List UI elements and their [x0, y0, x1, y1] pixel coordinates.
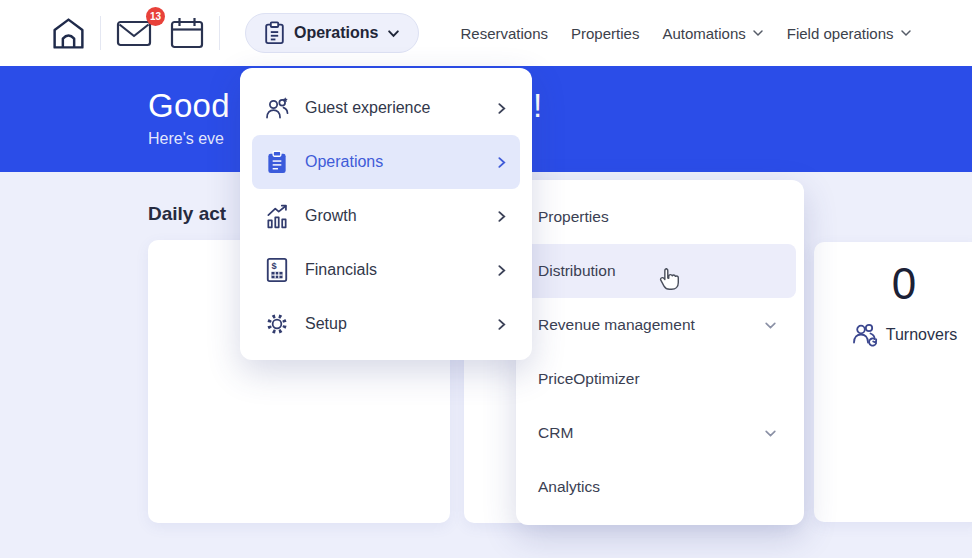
nav-divider — [219, 16, 220, 50]
chevron-down-icon — [387, 27, 400, 40]
chevron-down-icon — [900, 27, 912, 39]
turnovers-value: 0 — [892, 260, 916, 308]
submenu-item-label: CRM — [538, 424, 764, 442]
clipboard-icon — [264, 150, 290, 175]
top-nav: 13 Operations — [0, 0, 972, 66]
submenu-item-label: PriceOptimizer — [538, 370, 782, 388]
menu-item-label: Growth — [305, 207, 495, 225]
greeting-text-left: Good — [148, 87, 230, 125]
chevron-right-icon — [495, 210, 508, 223]
turnovers-stat: 0 Turnovers — [824, 260, 972, 347]
submenu-item-revenue-management[interactable]: Revenue management — [524, 298, 796, 352]
growth-chart-icon — [264, 203, 290, 229]
submenu-item-analytics[interactable]: Analytics — [524, 460, 796, 514]
svg-text:$: $ — [271, 261, 276, 271]
submenu-item-properties[interactable]: Properties — [524, 190, 796, 244]
turnovers-card: 0 Turnovers — [814, 242, 972, 522]
greeting-text-right: ! — [533, 87, 542, 125]
mail-icon[interactable]: 13 — [114, 16, 154, 50]
nav-divider — [100, 16, 101, 50]
chevron-down-icon — [752, 27, 764, 39]
submenu-item-crm[interactable]: CRM — [524, 406, 796, 460]
menu-item-setup[interactable]: Setup — [252, 297, 520, 351]
turnovers-icon — [851, 322, 878, 347]
menu-item-guest-experience[interactable]: Guest experience — [252, 81, 520, 135]
gear-icon — [264, 311, 290, 337]
nav-link-properties[interactable]: Properties — [571, 25, 639, 42]
submenu-item-label: Properties — [538, 208, 782, 226]
nav-link-label: Field operations — [787, 25, 894, 42]
chevron-right-icon — [495, 156, 508, 169]
chevron-down-icon — [764, 319, 777, 332]
operations-submenu: Properties Distribution Revenue manageme… — [516, 180, 804, 525]
app-switcher-label: Operations — [294, 24, 378, 42]
submenu-item-distribution[interactable]: Distribution — [524, 244, 796, 298]
chevron-down-icon — [764, 427, 777, 440]
submenu-item-label: Distribution — [538, 262, 782, 280]
submenu-item-label: Revenue management — [538, 316, 764, 334]
mail-badge: 13 — [146, 7, 165, 26]
chevron-right-icon — [495, 102, 508, 115]
home-icon[interactable] — [50, 15, 87, 52]
submenu-item-label: Analytics — [538, 478, 782, 496]
submenu-item-priceoptimizer[interactable]: PriceOptimizer — [524, 352, 796, 406]
menu-item-operations[interactable]: Operations — [252, 135, 520, 189]
nav-link-reservations[interactable]: Reservations — [460, 25, 548, 42]
nav-link-label: Automations — [662, 25, 745, 42]
calendar-icon[interactable] — [168, 15, 206, 52]
chevron-right-icon — [495, 264, 508, 277]
menu-item-label: Financials — [305, 261, 495, 279]
nav-links: Reservations Properties Automations Fiel… — [460, 25, 911, 42]
menu-item-growth[interactable]: Growth — [252, 189, 520, 243]
financial-doc-icon: $ — [264, 257, 290, 283]
app-switcher-button[interactable]: Operations — [245, 13, 419, 53]
turnovers-label: Turnovers — [886, 326, 957, 344]
nav-link-field-operations[interactable]: Field operations — [787, 25, 912, 42]
menu-item-financials[interactable]: $ Financials — [252, 243, 520, 297]
chevron-right-icon — [495, 318, 508, 331]
guests-icon — [264, 95, 290, 121]
clipboard-icon — [264, 21, 285, 45]
menu-item-label: Guest experience — [305, 99, 495, 117]
app-window: 13 Operations — [0, 0, 972, 558]
menu-item-label: Setup — [305, 315, 495, 333]
section-title: Daily act — [148, 203, 226, 225]
nav-link-label: Reservations — [460, 25, 548, 42]
nav-link-automations[interactable]: Automations — [662, 25, 763, 42]
menu-item-label: Operations — [305, 153, 495, 171]
nav-link-label: Properties — [571, 25, 639, 42]
greeting-subtitle: Here's eve — [148, 130, 224, 148]
operations-dropdown-menu: Guest experience Operations — [240, 68, 532, 360]
